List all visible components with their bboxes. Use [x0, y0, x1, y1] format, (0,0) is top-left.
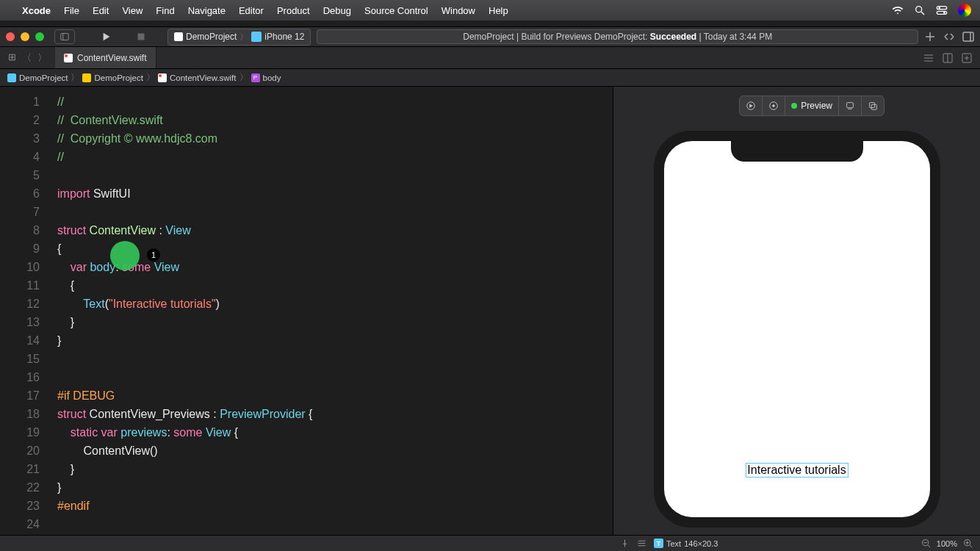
- breadcrumb-item[interactable]: DemoProject: [19, 73, 68, 82]
- svg-marker-8: [104, 33, 110, 41]
- device-screen[interactable]: Interactive tutorials: [664, 141, 930, 517]
- svg-line-37: [970, 545, 972, 547]
- menu-source-control[interactable]: Source Control: [364, 5, 428, 16]
- device-frame: Interactive tutorials: [654, 131, 940, 527]
- menu-window[interactable]: Window: [442, 5, 475, 16]
- swift-file-icon: [64, 54, 73, 62]
- svg-point-25: [773, 104, 776, 107]
- svg-point-5: [943, 12, 945, 14]
- scheme-project-label: DemoProject: [186, 32, 237, 42]
- code-editor[interactable]: 123456789101112131415161718192021222324 …: [0, 87, 613, 535]
- svg-line-34: [928, 545, 930, 547]
- svg-rect-12: [963, 32, 973, 41]
- editor-tabbar: ⊞ 〈 〉 ContentView.swift: [0, 47, 980, 69]
- preview-toolbar: Preview: [739, 96, 884, 116]
- tab-filename: ContentView.swift: [77, 53, 147, 63]
- element-size-label: 146×20.3: [684, 539, 718, 548]
- canvas-bottom-bar: T Text 146×20.3 100%: [0, 535, 980, 551]
- add-editor-icon[interactable]: [961, 52, 973, 64]
- toggle-right-panel-icon[interactable]: [962, 31, 974, 43]
- svg-rect-28: [870, 103, 875, 108]
- breadcrumb-item[interactable]: DemoProject: [94, 73, 143, 82]
- device-notch: [731, 141, 863, 162]
- svg-rect-9: [138, 34, 145, 40]
- svg-point-4: [938, 7, 940, 9]
- wifi-icon[interactable]: [892, 4, 904, 16]
- svg-line-1: [921, 12, 924, 15]
- main-area: 123456789101112131415161718192021222324 …: [0, 87, 980, 535]
- code-content[interactable]: //// ContentView.swift// Copyright © www…: [57, 93, 312, 533]
- macos-menubar: Xcode File Edit View Find Navigate Edito…: [0, 0, 980, 21]
- nav-forward-icon[interactable]: 〉: [35, 51, 49, 65]
- nav-back-icon[interactable]: 〈: [20, 51, 34, 65]
- svg-point-0: [916, 7, 922, 12]
- breadcrumb-item[interactable]: ContentView.swift: [170, 73, 237, 82]
- adjust-editor-icon[interactable]: [942, 52, 954, 64]
- project-icon: [174, 32, 183, 41]
- file-tab[interactable]: ContentView.swift: [55, 47, 156, 68]
- menu-view[interactable]: View: [122, 5, 143, 16]
- close-button[interactable]: [6, 32, 15, 41]
- live-status-dot: [791, 103, 797, 109]
- siri-icon[interactable]: [958, 4, 971, 17]
- editor-options-icon[interactable]: [923, 52, 934, 64]
- menu-editor[interactable]: Editor: [239, 5, 264, 16]
- tutorial-cursor-icon: [110, 241, 140, 270]
- app-menu[interactable]: Xcode: [22, 5, 51, 16]
- maximize-button[interactable]: [35, 32, 44, 41]
- menu-edit[interactable]: Edit: [93, 5, 109, 16]
- property-icon: P: [251, 73, 260, 82]
- run-button[interactable]: [101, 32, 112, 42]
- preview-inspect-button[interactable]: [763, 96, 785, 115]
- window-toolbar: DemoProject 〉 iPhone 12 DemoProject | Bu…: [0, 26, 980, 47]
- toggle-left-panel-button[interactable]: [54, 29, 75, 44]
- xcode-window: DemoProject 〉 iPhone 12 DemoProject | Bu…: [0, 26, 980, 535]
- build-status[interactable]: DemoProject | Build for Previews DemoPro…: [317, 29, 918, 44]
- rendered-text-view[interactable]: Interactive tutorials: [745, 463, 848, 478]
- menu-help[interactable]: Help: [489, 5, 508, 16]
- spotlight-icon[interactable]: [914, 4, 926, 16]
- project-icon: [7, 73, 16, 82]
- svg-rect-29: [871, 104, 876, 109]
- menu-product[interactable]: Product: [277, 5, 310, 16]
- scheme-device-label: iPhone 12: [264, 32, 304, 42]
- status-result: Succeeded: [650, 32, 696, 42]
- related-items-icon[interactable]: ⊞: [6, 51, 18, 65]
- preview-duplicate-button[interactable]: [862, 96, 884, 115]
- path-breadcrumb[interactable]: DemoProject 〉 DemoProject 〉 ContentView.…: [0, 69, 980, 87]
- svg-marker-23: [750, 104, 753, 107]
- zoom-in-icon[interactable]: [963, 539, 973, 548]
- control-center-icon[interactable]: [936, 4, 948, 16]
- device-icon: [251, 32, 262, 42]
- preview-live-label: Preview: [801, 101, 832, 111]
- menu-file[interactable]: File: [64, 5, 79, 16]
- svg-rect-26: [847, 103, 854, 108]
- swift-file-icon: [158, 73, 167, 82]
- outline-icon[interactable]: [637, 539, 646, 548]
- selection-info: T Text 146×20.3: [654, 539, 718, 548]
- preview-play-button[interactable]: [740, 96, 763, 115]
- plus-icon[interactable]: [924, 31, 936, 43]
- canvas-preview-panel: Preview Interactive tutorials: [613, 87, 980, 535]
- folder-icon: [82, 73, 91, 82]
- menu-debug[interactable]: Debug: [323, 5, 351, 16]
- stop-button[interactable]: [137, 32, 145, 41]
- text-type-icon: T: [654, 539, 663, 548]
- line-number-gutter: 123456789101112131415161718192021222324: [0, 87, 50, 533]
- zoom-level[interactable]: 100%: [937, 539, 957, 548]
- status-time: | Today at 3:44 PM: [696, 32, 772, 42]
- minimize-button[interactable]: [21, 32, 29, 41]
- zoom-out-icon[interactable]: [921, 539, 931, 548]
- code-review-icon[interactable]: [943, 31, 955, 43]
- pin-icon[interactable]: [620, 539, 630, 548]
- status-prefix: DemoProject | Build for Previews DemoPro…: [463, 32, 650, 42]
- breadcrumb-item[interactable]: body: [263, 73, 281, 82]
- svg-rect-6: [61, 34, 69, 40]
- element-type-label: Text: [666, 539, 681, 548]
- preview-device-button[interactable]: [839, 96, 862, 115]
- window-traffic-lights: [6, 32, 44, 41]
- preview-live-button[interactable]: Preview: [785, 96, 839, 115]
- menu-find[interactable]: Find: [156, 5, 174, 16]
- menu-navigate[interactable]: Navigate: [188, 5, 226, 16]
- scheme-selector[interactable]: DemoProject 〉 iPhone 12: [167, 29, 311, 46]
